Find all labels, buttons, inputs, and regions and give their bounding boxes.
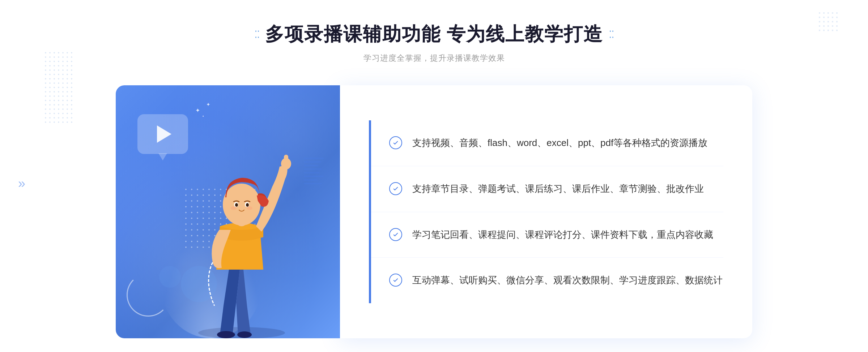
- header-title-row: ⁚⁚ 多项录播课辅助功能 专为线上教学打造 ⁚⁚: [0, 22, 868, 47]
- person-illustration: [173, 129, 310, 338]
- illustration-card: ✦ • ✦: [116, 85, 340, 338]
- check-icon-2: [389, 182, 402, 195]
- sparkle-decoration-3: ✦: [206, 102, 210, 107]
- features-card: 支持视频、音频、flash、word、excel、ppt、pdf等各种格式的资源…: [340, 85, 752, 338]
- page-wrapper: » ⁚⁚ 多项录播课辅助功能 专为线上教学打造 ⁚⁚ 学习进度全掌握，提升录播课…: [0, 0, 868, 352]
- feature-item-2: 支持章节目录、弹题考试、课后练习、课后作业、章节测验、批改作业: [371, 166, 723, 212]
- title-dots-left: ⁚⁚: [254, 29, 259, 40]
- header-section: ⁚⁚ 多项录播课辅助功能 专为线上教学打造 ⁚⁚ 学习进度全掌握，提升录播课教学…: [0, 22, 868, 64]
- play-triangle-icon: [157, 125, 171, 143]
- svg-rect-12: [284, 155, 288, 166]
- feature-text-4: 互动弹幕、试听购买、微信分享、观看次数限制、学习进度跟踪、数据统计: [412, 273, 723, 288]
- feature-item-1: 支持视频、音频、flash、word、excel、ppt、pdf等各种格式的资源…: [371, 120, 723, 166]
- check-icon-1: [389, 136, 402, 149]
- check-icon-3: [389, 228, 402, 241]
- feature-text-2: 支持章节目录、弹题考试、课后练习、课后作业、章节测验、批改作业: [412, 181, 704, 197]
- svg-point-1: [217, 331, 235, 338]
- title-dots-right: ⁚⁚: [609, 29, 614, 40]
- svg-point-10: [247, 206, 252, 210]
- main-content: ✦ • ✦: [116, 85, 752, 338]
- sparkle-decoration-1: ✦: [195, 107, 200, 114]
- svg-point-6: [235, 203, 238, 207]
- check-icon-4: [389, 274, 402, 287]
- feature-item-3: 学习笔记回看、课程提问、课程评论打分、课件资料下载，重点内容收藏: [371, 212, 723, 258]
- feature-text-3: 学习笔记回看、课程提问、课程评论打分、课件资料下载，重点内容收藏: [412, 227, 713, 242]
- page-title: 多项录播课辅助功能 专为线上教学打造: [265, 22, 603, 47]
- features-list: 支持视频、音频、flash、word、excel、ppt、pdf等各种格式的资源…: [369, 120, 723, 303]
- svg-point-2: [237, 331, 252, 338]
- feature-item-4: 互动弹幕、试听购买、微信分享、观看次数限制、学习进度跟踪、数据统计: [371, 258, 723, 303]
- svg-point-9: [231, 206, 237, 210]
- sparkle-decoration-2: •: [203, 114, 204, 118]
- svg-point-8: [246, 203, 249, 207]
- left-arrow-decoration: »: [18, 176, 25, 191]
- feature-text-1: 支持视频、音频、flash、word、excel、ppt、pdf等各种格式的资源…: [412, 136, 707, 151]
- person-figure: [173, 129, 310, 338]
- svg-point-4: [223, 184, 260, 226]
- page-subtitle: 学习进度全掌握，提升录播课教学效果: [0, 53, 868, 64]
- stripe-decoration: [304, 158, 326, 212]
